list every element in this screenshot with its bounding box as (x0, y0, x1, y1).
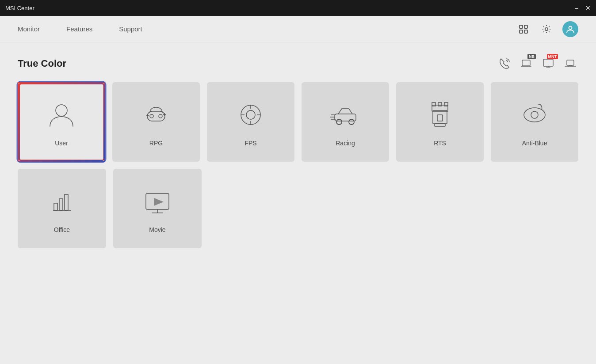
rpg-mode-icon (138, 97, 174, 133)
content-area: True Color NB (0, 42, 596, 364)
svg-rect-8 (567, 60, 574, 65)
svg-point-36 (531, 111, 538, 118)
svg-point-12 (159, 114, 162, 118)
mode-card-rpg[interactable]: RPG (112, 82, 200, 162)
office-mode-icon (44, 184, 80, 219)
mnt-device-icon[interactable]: MNT (540, 56, 556, 72)
movie-mode-icon (140, 184, 175, 219)
app-title: MSI Center (5, 5, 34, 11)
svg-rect-32 (438, 102, 442, 106)
mode-label-user: User (55, 140, 68, 147)
svg-rect-1 (524, 25, 527, 28)
grid-icon[interactable] (516, 22, 531, 36)
main-content: Monitor Features Support (0, 16, 596, 364)
mode-label-rts: RTS (434, 140, 446, 147)
top-navigation: Monitor Features Support (0, 16, 596, 42)
mode-card-fps[interactable]: FPS (207, 82, 294, 162)
tab-support[interactable]: Support (119, 22, 142, 36)
calibrate-icon[interactable] (496, 56, 512, 72)
mode-label-rpg: RPG (149, 140, 163, 147)
modes-row-1: User RPG (18, 82, 578, 162)
svg-rect-6 (522, 60, 530, 66)
svg-point-11 (150, 114, 153, 118)
close-button[interactable]: ✕ (585, 5, 591, 11)
svg-point-4 (545, 27, 548, 30)
section-header: True Color NB (18, 56, 578, 72)
svg-point-9 (56, 105, 67, 116)
mode-card-movie[interactable]: Movie (113, 169, 202, 248)
svg-marker-42 (154, 198, 164, 206)
mode-card-rts[interactable]: RTS (396, 82, 484, 162)
profile-avatar[interactable] (562, 21, 578, 37)
laptop-icon[interactable] (562, 56, 578, 72)
svg-rect-28 (435, 124, 445, 126)
svg-rect-38 (54, 203, 57, 210)
svg-rect-34 (437, 115, 443, 121)
anti-blue-mode-icon (517, 97, 552, 133)
modes-grid: User RPG (18, 82, 578, 248)
svg-point-5 (569, 26, 572, 29)
mode-label-movie: Movie (149, 226, 165, 233)
svg-point-17 (246, 110, 255, 119)
nav-tabs: Monitor Features Support (18, 22, 142, 36)
mode-label-racing: Racing (336, 140, 355, 147)
nav-right-icons (516, 21, 578, 37)
window-controls: – ✕ (575, 5, 591, 11)
nb-device-icon[interactable]: NB (518, 56, 534, 72)
rts-mode-icon (422, 97, 458, 133)
mode-label-anti-blue: Anti-Blue (522, 140, 547, 147)
modes-row-2: Office Mov (18, 169, 578, 248)
mode-card-racing[interactable]: Racing (302, 82, 389, 162)
header-icons: NB MNT (496, 56, 578, 72)
mode-card-user[interactable]: User (18, 82, 105, 162)
mode-label-office: Office (54, 226, 70, 233)
section-title: True Color (18, 58, 66, 69)
settings-icon[interactable] (539, 22, 554, 36)
svg-rect-2 (520, 30, 523, 33)
user-mode-icon (44, 97, 79, 133)
svg-point-35 (524, 108, 545, 122)
mnt-badge: MNT (547, 54, 558, 59)
tab-monitor[interactable]: Monitor (18, 22, 40, 36)
minimize-button[interactable]: – (575, 5, 578, 11)
svg-rect-39 (59, 199, 63, 210)
mode-label-fps: FPS (245, 140, 256, 147)
fps-mode-icon (233, 97, 268, 133)
svg-rect-33 (444, 102, 448, 106)
mode-card-office[interactable]: Office (18, 169, 106, 248)
svg-rect-3 (524, 30, 527, 33)
svg-rect-7 (543, 59, 553, 66)
nb-badge: NB (527, 54, 536, 59)
racing-mode-icon (328, 97, 363, 133)
tab-features[interactable]: Features (66, 22, 92, 36)
mode-card-anti-blue[interactable]: Anti-Blue (491, 82, 578, 162)
svg-point-24 (349, 119, 354, 125)
svg-rect-29 (433, 110, 447, 124)
svg-rect-0 (520, 25, 523, 28)
svg-point-23 (336, 119, 342, 125)
titlebar: MSI Center – ✕ (0, 0, 596, 16)
svg-rect-31 (432, 102, 436, 106)
svg-rect-40 (65, 194, 68, 210)
